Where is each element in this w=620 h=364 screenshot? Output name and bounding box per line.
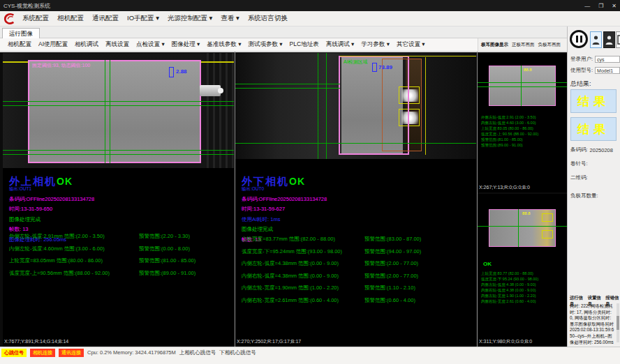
- tab-run-image[interactable]: 运行图像: [2, 28, 40, 38]
- right-control-panel: 登录用户: cys 使用型号: Model1 总结果: 结果 结果 条码码: 2…: [567, 26, 620, 347]
- menu-item-camera-config[interactable]: 相机配置: [53, 13, 88, 24]
- left-measurement-list: 外侧左轮-弧度:2.91mm 范围:(2.00 - 3.50) 预警范围:(2.…: [9, 233, 231, 282]
- pixel-coordinates-readout: X:311;Y:980;R:0;G:0;B:0: [479, 339, 532, 347]
- comm-connect-badge: 通讯连接: [59, 349, 84, 357]
- connector-part: [200, 85, 221, 96]
- model-label: 使用型号:: [570, 67, 593, 74]
- aux-measurement-list: 上轮宽度:83.77 (82.00 - 88.00) 弧度宽度-下:95.24 …: [481, 271, 538, 304]
- measurement-row: 内侧左轮-弧度:4.60mm 范围:(3.00 - 6.00) 预警范围:(0.…: [9, 245, 231, 252]
- measure-line-green-vertical: [518, 209, 519, 247]
- measurement-value: 内侧右轮-宽度=2.61mm 范围:(0.60 - 4.00): [242, 297, 364, 304]
- warn-range: 预警范围:(83.00 - 87.00): [364, 236, 421, 243]
- aux-tab-positive[interactable]: 正极耳画面: [512, 42, 535, 48]
- toolbar-offline-debug[interactable]: 离线调试 ▾: [323, 39, 358, 50]
- menu-item-language-switch[interactable]: 系统语言切换: [244, 13, 292, 24]
- tabcount-label: 负极耳数量:: [570, 192, 598, 199]
- toolbar: 相机配置 AI使用配置 相机调试 离线设置 点检设置 ▾ 图像处理 ▾ 基准线参…: [0, 38, 478, 52]
- toolbar-image-processing[interactable]: 图像处理 ▾: [168, 39, 204, 50]
- camera-name: 外下相机: [242, 175, 289, 187]
- needle-label: 卷针号:: [570, 160, 588, 167]
- app-window: CYS-视觉检测系统 — ❐ ✕ 系统配置 相机配置 通讯配置 IO手配置 ▾ …: [0, 0, 620, 364]
- toolbar-learning-params[interactable]: 学习参数 ▾: [357, 39, 393, 50]
- toolbar-testitem-params[interactable]: 测试项参数 ▾: [244, 39, 286, 50]
- warn-range: 预警范围:(2.00 - 77.00): [364, 273, 418, 280]
- center-camera-scene[interactable]: AI检测区域 73.89: [235, 53, 476, 159]
- toolbar-camera-config[interactable]: 相机配置: [4, 39, 35, 50]
- barcode-row: 条码码: 20250208: [570, 146, 613, 153]
- measure-marker-box: [169, 67, 174, 77]
- needle-row: 卷针号:: [570, 160, 588, 167]
- tabcount-row: 负极耳数量:: [570, 192, 598, 199]
- measurement-value: 内侧右轮-弧度=4.38mm 范围:(0.00 - 9.00): [242, 273, 364, 280]
- aux-top-camera-view[interactable]: 88.8 外侧左轮-弧度:2.91 (2.00 - 3.50) 内侧左轮-弧度:…: [478, 53, 567, 192]
- toolbar-plc-address-table[interactable]: PLC地址表: [286, 39, 323, 50]
- maximize-button[interactable]: ❐: [598, 3, 603, 9]
- output-port-text: 输出:OUT1: [9, 186, 94, 192]
- center-result-block: 外下相机OK 输出:OUT0 条码码:OFFline20250208133134…: [242, 176, 327, 243]
- warn-range: 预警范围:(1.10 - 2.10): [364, 285, 415, 291]
- tab-detect-box: [542, 213, 553, 222]
- center-measurement-list: 上轮宽度=83.77mm 范围:(82.00 - 88.00) 预警范围:(83…: [242, 236, 473, 309]
- user-settings-button[interactable]: [603, 31, 615, 48]
- menu-item-io-config[interactable]: IO手配置 ▾: [123, 13, 163, 24]
- warn-range: 预警范围:(89.00 - 91.00): [139, 270, 195, 277]
- machine-background: [207, 53, 234, 168]
- aux-measure-line: 上轮宽度:83.05 (80.00 - 86.00): [481, 126, 538, 131]
- left-camera-scene[interactable]: 固定阈值:93, 动态阈值:100 2.88: [3, 53, 234, 168]
- measurement-row: 内侧右轮-宽度=2.61mm 范围:(0.60 - 4.00) 预警范围:(0.…: [242, 297, 473, 304]
- minimize-button[interactable]: —: [584, 3, 590, 9]
- measurement-row: 弧度宽度-下=95.24mm 范围:(93.00 - 98.00) 预警范围:(…: [242, 248, 473, 255]
- aux-measure-line: 内侧左轮-弧度:4.38 (0.00 - 9.00): [481, 282, 538, 287]
- login-user-button[interactable]: [590, 31, 602, 48]
- model-row: 使用型号: Model1: [570, 67, 620, 74]
- warn-range: 预警范围:(81.00 - 85.00): [139, 257, 195, 264]
- measure-line-green-vertical: [110, 60, 110, 163]
- aux-bottom-camera-view[interactable]: 88.8 OK 上轮宽度:83.77 (82.00 - 88.00) 弧度宽度-…: [478, 194, 567, 347]
- left-camera-view[interactable]: 固定阈值:93, 动态阈值:100 2.88 外上相机OK 输出:OUT1 条码…: [3, 53, 234, 347]
- toolbar-baseline-params[interactable]: 基准线参数 ▾: [203, 39, 244, 50]
- title-bar: CYS-视觉检测系统 — ❐ ✕: [0, 0, 620, 11]
- upper-camera-heartbeat-link[interactable]: 上相机心跳信号: [179, 349, 216, 356]
- time-text: 时间:13-31-59-650: [9, 206, 94, 213]
- menu-item-light-config[interactable]: 光源控制配置 ▾: [163, 13, 216, 24]
- aux-measure-line: 弧度宽度-上:90.56 (88.00 - 92.00): [481, 131, 538, 137]
- window-title: CYS-视觉检测系统: [3, 2, 50, 10]
- login-user-field[interactable]: cys: [595, 56, 620, 63]
- measure-line-green: [478, 82, 567, 83]
- menu-item-view[interactable]: 查看 ▾: [216, 13, 243, 24]
- status-bar: 心跳信号 相机连接 通讯连接 Cpu: 0.2% Memory: 3424.41…: [0, 347, 620, 364]
- model-field[interactable]: Model1: [595, 67, 620, 74]
- toolbar-camera-debug[interactable]: 相机调试: [71, 39, 102, 50]
- exit-door-icon: [617, 35, 620, 45]
- pixel-coordinates-readout: X:270;Y:2502;R:17;G:17;B:17: [237, 339, 301, 347]
- toolbar-offline-settings[interactable]: 离线设置: [102, 39, 133, 50]
- pause-button[interactable]: [570, 30, 588, 48]
- ai-region-label: AI检测区域: [344, 59, 368, 66]
- info-scrollbar[interactable]: [617, 303, 619, 342]
- center-camera-view[interactable]: AI检测区域 73.89 外下相机OK 输出:OUT0 条码码:OFFline2…: [235, 53, 476, 347]
- barcode-text: 条码码:OFFline20250208133134728: [9, 196, 94, 203]
- aux-tab-negative[interactable]: 负极耳画面: [538, 42, 561, 48]
- aux-measure-line: 预警范围:(81.00 - 85.00): [481, 137, 538, 142]
- reference-line-yellow-vertical: [425, 57, 426, 155]
- result-status: OK: [483, 261, 492, 267]
- menu-item-comm-config[interactable]: 通讯配置: [88, 13, 123, 24]
- process-done-text: 图像处理完成: [242, 226, 327, 233]
- exit-button[interactable]: [616, 31, 620, 48]
- lower-camera-heartbeat-link[interactable]: 下相机心跳信号: [219, 349, 256, 356]
- toolbar-ai-usage-config[interactable]: AI使用配置: [35, 39, 71, 50]
- toolbar-other-settings[interactable]: 其它设置 ▾: [393, 39, 429, 50]
- measure-line-green: [235, 88, 340, 89]
- aux-measure-line: 内侧右轮-宽度:2.61 (0.60 - 4.00): [481, 298, 538, 304]
- warn-range: 预警范围:(2.20 - 3.30): [139, 233, 190, 240]
- user-icon: [592, 35, 600, 45]
- menu-item-system-config[interactable]: 系统配置: [18, 13, 53, 24]
- toolbar-spotcheck-settings[interactable]: 点检设置 ▾: [133, 39, 168, 50]
- aux-tab-display[interactable]: 极耳图像显示: [481, 42, 508, 48]
- close-button[interactable]: ✕: [612, 3, 617, 9]
- measurement-value: 内侧左轮-弧度:4.60mm 范围:(3.00 - 6.00): [9, 245, 139, 252]
- tab-strip: 运行图像: [0, 26, 567, 38]
- qr-label: 二维码:: [570, 174, 588, 181]
- warn-range: 预警范围:(0.00 - 8.00): [139, 245, 190, 252]
- time-text: 时间:13-31-59-627: [242, 206, 327, 213]
